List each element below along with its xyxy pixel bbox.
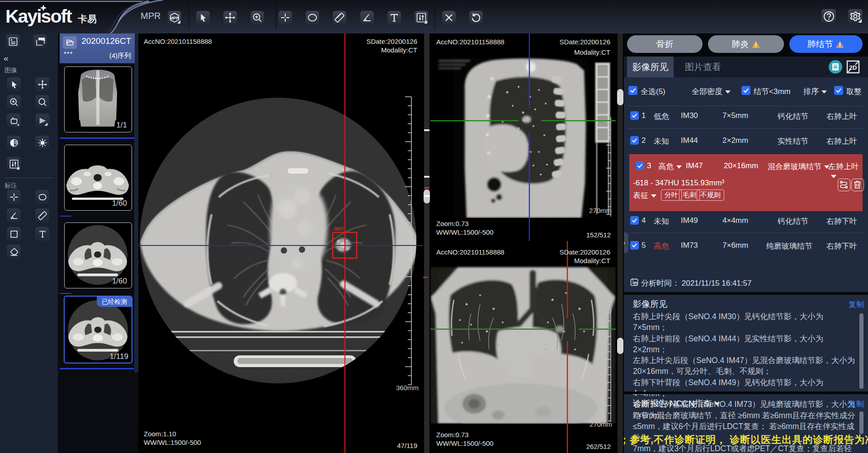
svg-text:AccNO:202101158888: AccNO:202101158888 (144, 38, 212, 45)
svg-text:1/60: 1/60 (112, 277, 127, 285)
svg-text:AccNO:202101158888: AccNO:202101158888 (436, 248, 505, 256)
svg-text:47/119: 47/119 (397, 442, 417, 449)
svg-text:AccNO:202101158888: AccNO:202101158888 (436, 38, 505, 46)
svg-text:IM47: IM47 (334, 226, 344, 231)
svg-text:1/119: 1/119 (109, 352, 128, 361)
svg-text:x: x (42, 37, 45, 41)
svg-text:360mm: 360mm (396, 384, 419, 392)
svg-text:Modality:CT: Modality:CT (574, 257, 610, 264)
svg-text:SDate:20200126: SDate:20200126 (559, 38, 610, 46)
svg-text:Zoom:0.73: Zoom:0.73 (436, 431, 469, 439)
svg-text:Modality:CT: Modality:CT (574, 48, 610, 56)
svg-text:Kayisoft: Kayisoft (5, 6, 72, 27)
svg-text:1/60: 1/60 (112, 199, 127, 208)
svg-text:152/512: 152/512 (586, 231, 611, 239)
svg-text:卡易: 卡易 (77, 14, 97, 24)
svg-text:MPR: MPR (170, 15, 179, 20)
svg-text:SDate:20200126: SDate:20200126 (559, 248, 610, 256)
svg-text:WW/WL:1500/-500: WW/WL:1500/-500 (436, 228, 494, 236)
svg-text:Zoom:0.73: Zoom:0.73 (436, 220, 469, 227)
svg-text:WW/WL:1500/-500: WW/WL:1500/-500 (144, 439, 201, 446)
svg-text:SDate:20200126: SDate:20200126 (366, 38, 417, 45)
svg-text:270mm: 270mm (590, 420, 612, 428)
svg-text:262/512: 262/512 (586, 443, 611, 450)
svg-text:Zoom:1.10: Zoom:1.10 (144, 430, 176, 438)
svg-text:Modality:CT: Modality:CT (381, 46, 417, 54)
svg-text:270mm: 270mm (589, 207, 612, 214)
svg-text:1/1: 1/1 (116, 121, 127, 129)
svg-text:WW/WL:1500/-500: WW/WL:1500/-500 (436, 439, 494, 447)
svg-text:2D: 2D (849, 64, 857, 71)
